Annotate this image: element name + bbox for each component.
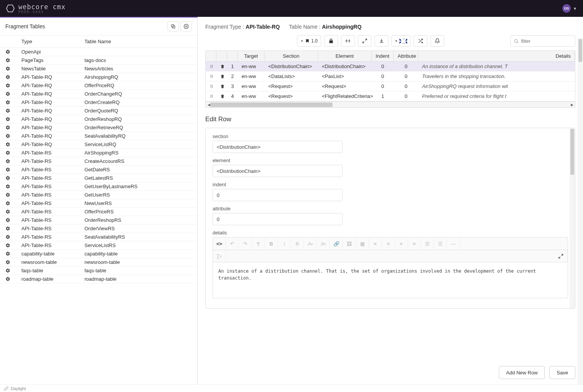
- rte-fontdec-button[interactable]: A▾: [317, 237, 330, 250]
- table-row[interactable]: roadmap-tableroadmap-table: [0, 275, 197, 283]
- gear-icon[interactable]: [5, 218, 21, 223]
- rte-paragraph-button[interactable]: ¶: [252, 237, 265, 250]
- table-row[interactable]: API-Table-RSNewUserRS: [0, 199, 197, 208]
- table-row[interactable]: API-Table-RQOfferPriceRQ: [0, 81, 197, 90]
- table-row[interactable]: API-Table-RSGetUserRS: [0, 191, 197, 199]
- gear-icon[interactable]: [5, 91, 21, 96]
- table-row[interactable]: API-Table-RQOrderQuoteRQ: [0, 107, 197, 115]
- rte-table-button[interactable]: ▦: [356, 237, 369, 250]
- rte-align-justify-button[interactable]: ≡: [408, 237, 421, 250]
- table-row[interactable]: OpenApi: [0, 48, 197, 56]
- gear-icon[interactable]: [5, 66, 21, 71]
- rte-bold-button[interactable]: B: [265, 237, 278, 250]
- table-row[interactable]: faqs-tablefaqs-table: [0, 267, 197, 275]
- gear-icon[interactable]: [5, 226, 21, 231]
- section-input[interactable]: [213, 141, 343, 153]
- gear-icon[interactable]: [5, 75, 21, 80]
- delete-row-icon[interactable]: [216, 62, 227, 71]
- rte-image-button[interactable]: 🖼: [343, 237, 356, 250]
- filter-input[interactable]: [521, 38, 572, 44]
- gear-icon[interactable]: [5, 142, 21, 147]
- gear-icon[interactable]: [5, 184, 21, 189]
- table-row[interactable]: API-Table-RQOrderChangeRQ: [0, 90, 197, 98]
- gear-icon[interactable]: [5, 49, 21, 54]
- rte-undo-button[interactable]: ↶: [226, 237, 239, 250]
- table-row[interactable]: API-Table-RQOrderReshopRQ: [0, 115, 197, 124]
- gear-icon[interactable]: [5, 176, 21, 181]
- grid-row[interactable]: 4en-ww<Request><FlightRelatedCriteria>10…: [206, 91, 575, 101]
- locale-dropdown[interactable]: ▼: [391, 35, 411, 47]
- table-row[interactable]: API-Table-RSSeatAvailabilityRS: [0, 233, 197, 241]
- gear-icon[interactable]: [5, 58, 21, 63]
- gear-icon[interactable]: [5, 167, 21, 172]
- gear-icon[interactable]: [5, 260, 21, 265]
- gear-icon[interactable]: [5, 108, 21, 113]
- gear-icon[interactable]: [5, 251, 21, 256]
- attribute-input[interactable]: [213, 213, 343, 225]
- gear-icon[interactable]: [5, 209, 21, 214]
- table-row[interactable]: API-Table-RSGetDateRS: [0, 166, 197, 174]
- table-row[interactable]: API-Table-RQServiceListRQ: [0, 140, 197, 149]
- table-row[interactable]: newsroom-tablenewsroom-table: [0, 258, 197, 267]
- shuffle-button[interactable]: [414, 35, 427, 47]
- user-menu-caret-icon[interactable]: ▼: [573, 7, 577, 11]
- gear-icon[interactable]: [5, 159, 21, 164]
- rte-strike-button[interactable]: S: [291, 237, 304, 250]
- rte-hr-button[interactable]: —: [447, 237, 460, 250]
- gear-icon[interactable]: [5, 117, 21, 122]
- gear-icon[interactable]: [5, 150, 21, 155]
- table-row[interactable]: API-Table-RQSeatAvailabilityRQ: [0, 132, 197, 140]
- expand-button[interactable]: [358, 35, 372, 47]
- edit-vscroll[interactable]: [570, 128, 575, 308]
- table-row[interactable]: PageTagstags-docs: [0, 56, 197, 65]
- table-row[interactable]: capability-tablecapability-table: [0, 250, 197, 258]
- rte-fontinc-button[interactable]: A▴: [304, 237, 317, 250]
- save-button[interactable]: Save: [549, 366, 575, 379]
- gear-icon[interactable]: [5, 192, 21, 197]
- rte-list-ul-button[interactable]: ☰: [421, 237, 434, 250]
- recycle-button[interactable]: [341, 35, 355, 47]
- gear-icon[interactable]: [5, 243, 21, 248]
- rte-list-ol-button[interactable]: ☰: [434, 237, 447, 250]
- indent-input[interactable]: [213, 189, 343, 201]
- table-row[interactable]: API-Table-RSAirShoppingRS: [0, 149, 197, 157]
- drag-handle-icon[interactable]: [206, 72, 216, 80]
- gear-icon[interactable]: [5, 277, 21, 281]
- grid-hscroll[interactable]: ◀ ▶: [205, 102, 575, 108]
- rte-link-button[interactable]: 🔗: [330, 237, 343, 250]
- add-row-button[interactable]: Add New Row: [499, 366, 545, 379]
- delete-row-icon[interactable]: [216, 92, 227, 101]
- delete-row-icon[interactable]: [216, 72, 227, 81]
- copy-button[interactable]: [167, 21, 179, 31]
- table-row[interactable]: API-Table-RSOrderViewRS: [0, 224, 197, 233]
- table-row[interactable]: API-Table-RQAirshoppingRQ: [0, 73, 197, 81]
- table-row[interactable]: API-Table-RSCreateAccountRS: [0, 157, 197, 166]
- settings-button[interactable]: [180, 21, 192, 31]
- rte-code-button[interactable]: <>: [213, 237, 226, 250]
- gear-icon[interactable]: [5, 234, 21, 239]
- grid-row[interactable]: 2en-ww<DataLists><PaxList>00Travellers i…: [206, 72, 575, 81]
- gear-icon[interactable]: [5, 83, 21, 88]
- archive-button[interactable]: [324, 35, 338, 47]
- drag-handle-icon[interactable]: [206, 62, 216, 70]
- table-row[interactable]: API-Table-RSOrderReshopRS: [0, 216, 197, 224]
- rte-italic-button[interactable]: I: [278, 237, 291, 250]
- details-editor[interactable]: An instance of a distribution channel. T…: [213, 262, 568, 298]
- drag-handle-icon[interactable]: [206, 82, 216, 90]
- filter-box[interactable]: [510, 35, 575, 47]
- gear-icon[interactable]: [5, 268, 21, 273]
- download-button[interactable]: [375, 35, 388, 47]
- gear-icon[interactable]: [5, 201, 21, 206]
- delete-row-icon[interactable]: [216, 82, 227, 91]
- version-dropdown[interactable]: ▼ 1.0: [297, 35, 321, 47]
- table-row[interactable]: API-Table-RSGetLatestRS: [0, 174, 197, 182]
- panel-vscroll[interactable]: [578, 38, 583, 384]
- gear-icon[interactable]: [5, 133, 21, 138]
- notifications-button[interactable]: [430, 35, 444, 47]
- rte-align-center-button[interactable]: ≡: [382, 237, 395, 250]
- rte-align-left-button[interactable]: ≡: [369, 237, 382, 250]
- table-row[interactable]: API-Table-RSOfferPriceRS: [0, 208, 197, 216]
- avatar[interactable]: DS: [562, 4, 571, 13]
- rte-fullscreen-button[interactable]: [554, 250, 568, 262]
- rte-redo-button[interactable]: ↷: [239, 237, 252, 250]
